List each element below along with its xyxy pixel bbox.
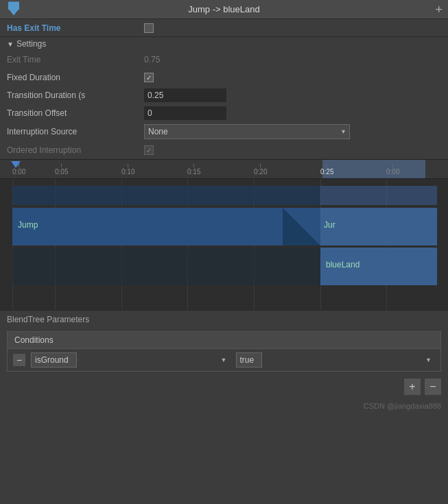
timeline-content: Jump Jur blueLand	[0, 179, 448, 310]
tick-5: 0:25	[320, 164, 333, 176]
download-icon	[5, 0, 22, 19]
ordered-interruption-checkbox[interactable]	[144, 145, 154, 155]
ordered-interruption-row: Ordered Interruption	[0, 141, 448, 159]
watermark: CSDN @jiangdaxia888	[0, 399, 448, 413]
jump-upper-track	[12, 186, 320, 205]
exit-time-label: Exit Time	[7, 55, 144, 64]
value-select[interactable]: true false	[236, 352, 262, 368]
jump-diagonal	[283, 208, 320, 245]
tick-2: 0:10	[121, 164, 134, 176]
param-select-wrapper: isGround isJumping speed	[31, 352, 231, 368]
blendtree-section: BlendTree Parameters	[0, 310, 448, 328]
tick-line	[61, 164, 62, 167]
watermark-text: CSDN @jiangdaxia888	[364, 402, 441, 410]
timeline-ruler[interactable]: 0:00 0:05 0:10 0:15 0:20 0:25 0:00	[0, 160, 448, 179]
tick-label: 0:05	[55, 168, 68, 176]
value-select-wrapper: true false	[236, 352, 436, 368]
blueland-bar[interactable]: blueLand	[320, 248, 437, 285]
interruption-source-select[interactable]: None Current State Next State Current St…	[144, 124, 350, 139]
interruption-source-row: Interruption Source None Current State N…	[0, 122, 448, 141]
has-exit-time-row: Has Exit Time	[0, 19, 448, 37]
timeline: 0:00 0:05 0:10 0:15 0:20 0:25 0:00	[0, 159, 448, 310]
tick-label: 0:10	[121, 168, 134, 176]
jump-bar[interactable]: Jump	[12, 208, 320, 245]
tick-4: 0:20	[254, 164, 267, 176]
settings-header[interactable]: ▼ Settings	[0, 37, 448, 51]
add-remove-row: + −	[0, 374, 448, 399]
playhead-marker[interactable]	[11, 161, 21, 168]
remove-condition-button[interactable]: −	[13, 354, 25, 366]
tick-label: 0:20	[254, 168, 267, 176]
transition-duration-label: Transition Duration (s	[7, 91, 144, 100]
tick-label: 0:00	[12, 168, 25, 176]
transition-title: Jump -> blueLand	[188, 4, 259, 14]
fixed-duration-row: Fixed Duration	[0, 69, 448, 86]
fixed-duration-label: Fixed Duration	[7, 73, 144, 82]
tick-label: 0:25	[320, 168, 333, 176]
ordered-interruption-label: Ordered Interruption	[7, 145, 144, 155]
interruption-source-label: Interruption Source	[7, 127, 144, 136]
tick-line	[327, 164, 327, 167]
blueland-lower-track	[12, 248, 320, 285]
conditions-title: Conditions	[14, 335, 54, 345]
has-exit-time-checkbox[interactable]	[144, 23, 154, 33]
top-bar: Jump -> blueLand +	[0, 0, 448, 19]
tick-line	[193, 164, 194, 167]
transition-offset-label: Transition Offset	[7, 108, 144, 118]
conditions-row: − isGround isJumping speed true false	[8, 349, 440, 371]
transition-duration-input[interactable]	[144, 88, 226, 102]
add-condition-button[interactable]: +	[404, 379, 421, 395]
jump-upper-highlight	[320, 186, 437, 205]
transition-duration-row: Transition Duration (s	[0, 86, 448, 104]
settings-arrow-icon: ▼	[7, 40, 14, 48]
tick-line	[128, 164, 128, 167]
transition-offset-row: Transition Offset	[0, 104, 448, 122]
transition-offset-input[interactable]	[144, 106, 226, 120]
exit-time-row: Exit Time 0.75	[0, 51, 448, 69]
has-exit-time-label: Has Exit Time	[7, 23, 144, 33]
blendtree-label: BlendTree Parameters	[7, 315, 89, 324]
tick-line	[260, 164, 261, 167]
tick-label: 0:15	[187, 168, 200, 176]
conditions-header: Conditions	[8, 332, 440, 349]
exit-time-value: 0.75	[144, 55, 441, 64]
remove-condition-button-2[interactable]: −	[425, 379, 441, 395]
jump-label2: Jur	[324, 220, 335, 230]
svg-rect-0	[8, 1, 19, 10]
tick-label: 0:00	[386, 168, 399, 176]
svg-marker-1	[9, 9, 19, 15]
add-button[interactable]: +	[435, 2, 443, 16]
param-select[interactable]: isGround isJumping speed	[31, 352, 77, 368]
tick-line	[392, 164, 393, 167]
settings-label: Settings	[16, 39, 46, 49]
blueland-label: blueLand	[326, 260, 359, 269]
ruler-highlight	[322, 160, 425, 178]
jump-continuation: Jur	[320, 208, 437, 245]
tick-3: 0:15	[187, 164, 200, 176]
conditions-section: Conditions − isGround isJumping speed tr…	[7, 331, 441, 372]
tick-1: 0:05	[55, 164, 68, 176]
tick-6: 0:00	[386, 164, 399, 176]
jump-label: Jump	[18, 220, 38, 230]
fixed-duration-checkbox[interactable]	[144, 73, 154, 82]
interruption-source-wrapper: None Current State Next State Current St…	[144, 124, 350, 139]
